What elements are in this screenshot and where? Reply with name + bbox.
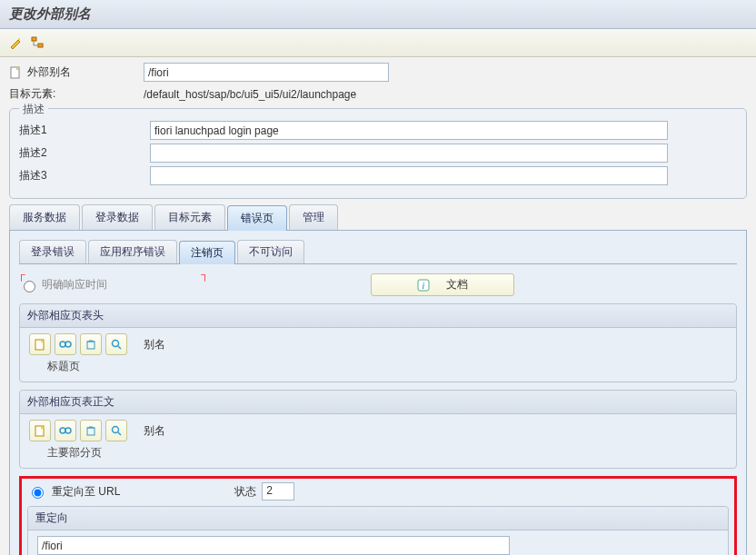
alias-label: 外部别名 [27, 64, 140, 80]
redirect-highlight-frame: 重定向至 URL 状态 2 重定向 [19, 476, 737, 555]
bracket-tl: ┌ [17, 268, 25, 281]
redirect-label: 重定向至 URL [52, 484, 120, 500]
svg-rect-2 [38, 44, 43, 47]
alias-label-1: 别名 [144, 337, 165, 352]
delete-button-2[interactable] [80, 420, 102, 441]
display-button-2[interactable] [55, 420, 76, 441]
new-button-2[interactable] [29, 420, 51, 441]
tab-logon-data[interactable]: 登录数据 [82, 204, 153, 230]
status-label: 状态 [234, 484, 256, 500]
alias-label-2: 别名 [144, 423, 165, 439]
toolbar [0, 29, 756, 57]
delete-button-1[interactable] [80, 333, 102, 355]
desc2-input[interactable] [150, 144, 668, 163]
tab-target-element[interactable]: 目标元素 [154, 204, 225, 230]
inner-tab-logon-error[interactable]: 登录错误 [19, 240, 86, 263]
redirect-radio[interactable] [32, 487, 44, 499]
svg-rect-1 [32, 37, 36, 41]
svg-point-0 [18, 38, 20, 40]
page-icon [9, 66, 24, 79]
bracket-tr: ┐ [201, 268, 209, 281]
header-page-box: 外部相应页表头 别名 标题页 [19, 303, 737, 382]
page-title: 更改外部别名 [9, 5, 91, 21]
svg-rect-9 [87, 342, 94, 349]
svg-point-7 [60, 342, 65, 347]
new-button-1[interactable] [29, 333, 51, 355]
svg-rect-11 [35, 426, 44, 436]
body-page-box-title: 外部相应页表正文 [20, 391, 736, 414]
svg-rect-6 [35, 340, 44, 350]
redirect-box: 重定向 [27, 506, 729, 555]
explicit-response-radio[interactable] [24, 281, 35, 292]
target-label: 目标元素: [9, 86, 136, 102]
header-page-box-title: 外部相应页表头 [20, 304, 736, 328]
body-page-sublabel: 主要部分页 [47, 445, 727, 461]
status-value[interactable]: 2 [262, 482, 294, 500]
explicit-response-label: 明确响应时间 [42, 277, 107, 292]
svg-point-10 [113, 341, 119, 347]
inner-tab-logoff-page[interactable]: 注销页 [179, 241, 235, 264]
description-group: 描述 描述1 描述2 描述3 [9, 108, 747, 199]
document-button[interactable]: i 文档 [371, 273, 514, 296]
svg-point-8 [65, 342, 71, 347]
display-button-1[interactable] [55, 333, 76, 355]
svg-rect-14 [87, 428, 94, 435]
description-group-title: 描述 [19, 102, 48, 117]
redirect-url-input[interactable] [37, 536, 510, 555]
svg-text:i: i [423, 281, 425, 291]
find-button-2[interactable] [105, 420, 127, 441]
tree-icon[interactable] [29, 35, 45, 51]
svg-point-15 [113, 427, 119, 433]
desc1-label: 描述1 [19, 123, 146, 138]
info-icon: i [417, 279, 430, 292]
redirect-box-title: 重定向 [28, 507, 728, 530]
svg-point-13 [65, 428, 71, 433]
desc1-input[interactable] [150, 121, 668, 140]
tab-error-page[interactable]: 错误页 [227, 205, 287, 231]
find-button-1[interactable] [105, 333, 127, 355]
main-tabstrip: 服务数据 登录数据 目标元素 错误页 管理 登录错误 应用程序错误 注销页 不可… [9, 204, 747, 555]
body-page-box: 外部相应页表正文 别名 主要部分页 [19, 390, 737, 469]
document-button-label: 文档 [446, 277, 468, 292]
target-value [140, 85, 547, 103]
tab-service-data[interactable]: 服务数据 [9, 204, 80, 230]
desc3-input[interactable] [150, 166, 668, 185]
tab-admin[interactable]: 管理 [289, 204, 338, 230]
inner-tab-app-error[interactable]: 应用程序错误 [88, 240, 177, 263]
svg-point-12 [60, 428, 65, 433]
desc2-label: 描述2 [19, 145, 146, 161]
header-page-sublabel: 标题页 [47, 359, 727, 374]
inner-tab-not-accessible[interactable]: 不可访问 [237, 240, 304, 263]
alias-input[interactable] [144, 63, 389, 82]
wand-icon[interactable] [7, 35, 24, 51]
desc3-label: 描述3 [19, 168, 146, 183]
